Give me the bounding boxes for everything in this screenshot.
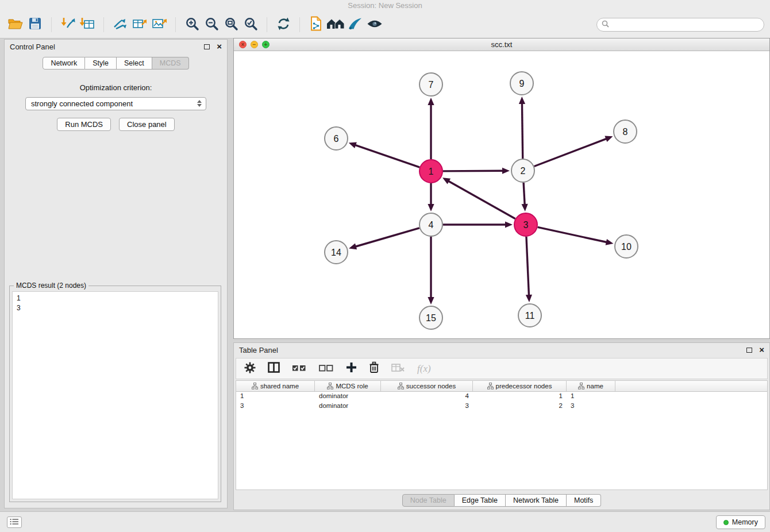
zoom-fit-icon [224, 17, 238, 33]
float-table-panel-icon[interactable] [746, 348, 752, 353]
network-canvas[interactable]: 7968124314101511 [234, 51, 769, 338]
graph-edge-2-3[interactable] [523, 183, 525, 205]
graph-edge-3-11[interactable] [526, 237, 529, 296]
graph-node-15[interactable]: 15 [419, 306, 442, 329]
tab-select[interactable]: Select [117, 57, 152, 70]
select-all-icon[interactable] [292, 363, 307, 375]
column-header-predecessor-nodes[interactable]: predecessor nodes [473, 381, 567, 391]
zoom-selected-button[interactable] [241, 16, 260, 34]
graph-canvas[interactable]: 7968124314101511 [234, 51, 769, 338]
graph-node-3[interactable]: 3 [514, 213, 537, 236]
graph-edge-arrow [505, 221, 513, 228]
task-history-button[interactable] [7, 516, 22, 528]
table-cell: dominator [315, 402, 381, 411]
graph-node-11[interactable]: 11 [518, 304, 541, 327]
graph-node-8[interactable]: 8 [614, 120, 637, 143]
table-cell: 1 [236, 392, 315, 402]
add-column-icon[interactable] [346, 362, 357, 375]
zoom-selected-icon [244, 17, 258, 33]
table-row[interactable]: 1dominator411 [236, 392, 767, 402]
table-panel-title: Table Panel [239, 346, 278, 354]
window-title: Session: New Session [0, 0, 770, 11]
graph-edge-1-6[interactable] [355, 145, 419, 167]
graph-edge-1-2[interactable] [443, 171, 503, 171]
import-network-button[interactable] [58, 16, 78, 34]
export-network-button[interactable] [110, 16, 130, 34]
graph-node-7[interactable]: 7 [419, 73, 442, 96]
search-icon [602, 20, 609, 30]
minimize-window-icon[interactable]: − [251, 41, 258, 48]
open-session-button[interactable] [6, 16, 25, 34]
tab-style[interactable]: Style [85, 57, 117, 70]
mcds-result-text[interactable]: 13 [12, 291, 218, 499]
export-table-button[interactable] [130, 16, 149, 34]
paint-style-button[interactable] [345, 16, 365, 34]
graph-node-1[interactable]: 1 [419, 160, 442, 183]
memory-status-icon [723, 520, 729, 525]
zoom-in-button[interactable] [182, 16, 202, 34]
close-table-panel-icon[interactable]: × [759, 346, 764, 353]
float-panel-icon[interactable] [204, 44, 210, 49]
export-network-icon [113, 17, 128, 33]
memory-button[interactable]: Memory [716, 515, 765, 529]
graph-edge-2-9[interactable] [522, 103, 522, 159]
graph-node-4[interactable]: 4 [419, 213, 442, 236]
toolbar-separator [103, 17, 104, 32]
graph-edge-arrow [349, 142, 357, 148]
table-cell: 3 [567, 402, 615, 411]
import-table-button[interactable] [78, 16, 97, 34]
show-columns-icon[interactable] [268, 362, 280, 375]
svg-text:10: 10 [621, 242, 632, 252]
export-image-button[interactable] [149, 16, 169, 34]
graph-edge-4-14[interactable] [355, 228, 419, 247]
table-settings-gear-icon[interactable] [244, 362, 256, 376]
apply-layout-button[interactable] [274, 16, 293, 34]
graph-node-2[interactable]: 2 [511, 159, 534, 182]
column-header-successor-nodes[interactable]: successor nodes [381, 381, 473, 391]
tab-network-table[interactable]: Network Table [506, 494, 567, 507]
graph-edge-arrow [526, 295, 532, 302]
search-input[interactable] [612, 21, 759, 29]
show-hide-button[interactable] [365, 16, 384, 34]
zoom-fit-button[interactable] [221, 16, 241, 34]
close-window-icon[interactable]: × [239, 41, 247, 48]
delete-column-icon[interactable] [369, 361, 379, 376]
svg-text:3: 3 [523, 220, 529, 230]
column-header-MCDS-role[interactable]: MCDS role [315, 381, 381, 391]
graph-edge-3-1[interactable] [448, 181, 515, 219]
zoom-window-icon[interactable]: + [262, 41, 270, 48]
table-panel: Table Panel × f(x) shared nameMCDS roles… [233, 342, 770, 510]
table-row[interactable]: 3dominator323 [236, 402, 767, 411]
graph-node-9[interactable]: 9 [510, 72, 533, 95]
criterion-select[interactable]: strongly connected component [25, 97, 206, 110]
memory-label: Memory [732, 518, 758, 526]
copy-style-button[interactable] [306, 16, 326, 34]
close-panel-button[interactable]: Close panel [119, 118, 175, 131]
svg-text:6: 6 [334, 134, 339, 144]
tab-edge-table[interactable]: Edge Table [455, 494, 506, 507]
deselect-all-icon[interactable] [319, 363, 334, 375]
graph-edge-3-10[interactable] [538, 227, 607, 242]
network-overview-button[interactable] [326, 16, 345, 34]
zoom-out-button[interactable] [202, 16, 221, 34]
svg-text:2: 2 [521, 166, 526, 176]
save-session-button[interactable] [25, 16, 45, 34]
graph-node-14[interactable]: 14 [325, 241, 348, 264]
tab-mcds[interactable]: MCDS [152, 57, 189, 70]
close-panel-icon[interactable]: × [217, 43, 222, 50]
svg-text:1: 1 [429, 167, 434, 176]
tab-network[interactable]: Network [43, 57, 85, 70]
search-box[interactable] [596, 18, 764, 32]
criterion-selected-value: strongly connected component [31, 99, 133, 108]
network-window-titlebar[interactable]: × − + scc.txt [234, 38, 769, 51]
tab-motifs[interactable]: Motifs [567, 494, 601, 507]
tab-node-table[interactable]: Node Table [402, 494, 455, 507]
control-panel-tabs: NetworkStyleSelectMCDS [5, 57, 227, 70]
graph-node-10[interactable]: 10 [615, 235, 638, 258]
column-header-name[interactable]: name [567, 381, 615, 391]
run-mcds-button[interactable]: Run MCDS [57, 118, 111, 131]
graph-node-6[interactable]: 6 [325, 127, 348, 150]
node-table: shared nameMCDS rolesuccessor nodesprede… [236, 380, 768, 490]
column-header-shared-name[interactable]: shared name [236, 381, 315, 391]
graph-edge-2-8[interactable] [534, 138, 607, 166]
